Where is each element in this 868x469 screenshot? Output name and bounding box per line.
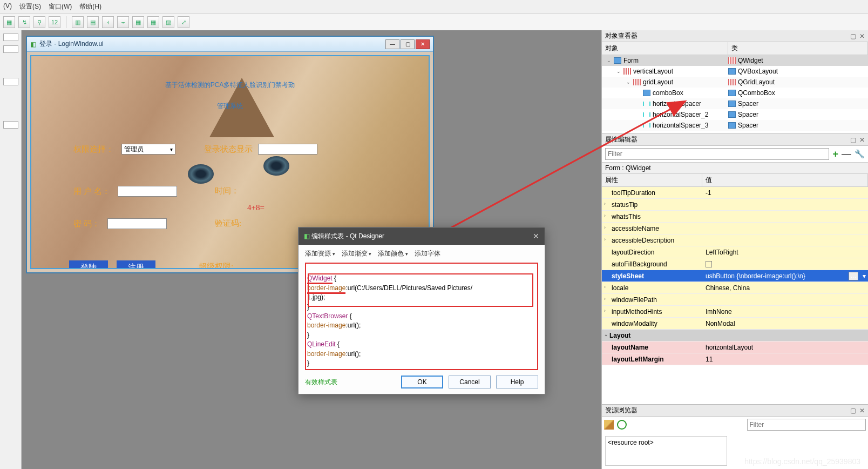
- object-tree-row[interactable]: horizontalSpacer_2Spacer: [602, 109, 868, 120]
- maximize-button[interactable]: ▢: [401, 39, 415, 49]
- qt-logo-icon: ◧: [304, 232, 310, 240]
- stylesheet-code-editor[interactable]: QWidget { border-image:url(C:/Users/DELL…: [305, 263, 538, 370]
- object-tree-row[interactable]: ⌄gridLayoutQGridLayout: [602, 77, 868, 88]
- perm-label: 权限选择：: [73, 144, 114, 155]
- add-color-menu[interactable]: 添加颜色: [378, 249, 408, 258]
- property-row[interactable]: ›inputMethodHintsImhNone: [602, 306, 868, 318]
- undock-icon[interactable]: ▢: [850, 407, 856, 414]
- tool-edit-widgets-icon[interactable]: ▦: [3, 16, 15, 28]
- object-tree[interactable]: ⌄FormQWidget⌄verticalLayoutQVBoxLayout⌄g…: [602, 55, 868, 133]
- property-row[interactable]: ›localeChinese, China: [602, 282, 868, 294]
- close-panel-icon[interactable]: ✕: [859, 32, 865, 40]
- password-field[interactable]: [107, 218, 167, 229]
- help-button[interactable]: Help: [496, 376, 538, 388]
- property-row[interactable]: windowModalityNonModal: [602, 318, 868, 330]
- dock-mini-icon[interactable]: [3, 78, 18, 85]
- verify-label: 验证码:: [215, 218, 241, 229]
- qt-logo-icon: ◧: [30, 41, 36, 48]
- tool-buddies-icon[interactable]: ⚲: [33, 16, 45, 28]
- adjust-size-icon[interactable]: ⤢: [178, 16, 189, 28]
- login-state-label: 登录状态显示: [204, 144, 253, 155]
- object-tree-row[interactable]: horizontalSpacer_3Spacer: [602, 120, 868, 131]
- add-resource-menu[interactable]: 添加资源: [305, 249, 335, 258]
- time-label: 时间：: [215, 186, 239, 196]
- property-row[interactable]: ›accessibleDescription: [602, 234, 868, 246]
- menu-settings[interactable]: 设置(S): [19, 2, 41, 11]
- layout-hsplit-icon[interactable]: ⫞: [102, 16, 114, 28]
- object-inspector-panel: 对象查看器▢✕ 对象类 ⌄FormQWidget⌄verticalLayoutQ…: [602, 30, 868, 134]
- property-row[interactable]: ›accessibleName: [602, 223, 868, 234]
- tool-taborder-icon[interactable]: 12: [49, 16, 60, 28]
- undock-icon[interactable]: ▢: [850, 136, 856, 144]
- register-button[interactable]: 注册: [117, 260, 155, 269]
- tool-signals-icon[interactable]: ↯: [18, 16, 30, 28]
- add-gradient-menu[interactable]: 添加渐变: [342, 249, 372, 258]
- menu-help[interactable]: 帮助(H): [79, 2, 101, 11]
- remove-property-icon[interactable]: —: [842, 149, 851, 160]
- property-filter-input[interactable]: [605, 148, 829, 160]
- add-property-icon[interactable]: +: [832, 149, 838, 160]
- valid-stylesheet-label: 有效样式表: [305, 378, 337, 387]
- stylesheet-dialog: ◧ 编辑样式表 - Qt Designer ✕ 添加资源 添加渐变 添加颜色 添…: [298, 227, 545, 394]
- object-tree-row[interactable]: comboBoxQComboBox: [602, 88, 868, 98]
- layout-form-icon[interactable]: ▦: [147, 16, 159, 28]
- username-label: 用 户 名：: [73, 186, 110, 197]
- minimize-button[interactable]: —: [385, 39, 399, 49]
- property-row[interactable]: autoFillBackground: [602, 258, 868, 270]
- resource-filter-input[interactable]: [747, 419, 866, 431]
- object-tree-row[interactable]: ⌄verticalLayoutQVBoxLayout: [602, 66, 868, 77]
- property-crumb: Form : QWidget: [602, 163, 868, 174]
- close-button[interactable]: ✕: [416, 39, 430, 49]
- username-field[interactable]: [118, 186, 177, 197]
- property-row[interactable]: layoutDirectionLeftToRight: [602, 246, 868, 258]
- designed-window-title: 登录 - LoginWindow.ui: [39, 39, 104, 49]
- property-row[interactable]: ›windowFilePath: [602, 294, 868, 306]
- super-perm-label: 超级权限:: [199, 262, 233, 269]
- menubar: (V) 设置(S) 窗口(W) 帮助(H): [0, 0, 868, 14]
- reload-resource-icon[interactable]: [617, 420, 627, 430]
- property-row[interactable]: layoutNamehorizontalLayout: [602, 341, 868, 353]
- break-layout-icon[interactable]: ▨: [162, 16, 174, 28]
- property-row[interactable]: ⌄Layout: [602, 330, 868, 341]
- prop-col-value[interactable]: 值: [702, 174, 868, 186]
- perm-combo[interactable]: 管理员: [121, 144, 175, 155]
- property-row[interactable]: ›whatsThis: [602, 211, 868, 223]
- resource-root[interactable]: <resource root>: [605, 436, 727, 466]
- resource-browser-title: 资源浏览器: [605, 406, 638, 415]
- ok-button[interactable]: OK: [401, 376, 443, 388]
- layout-h-icon[interactable]: ▥: [72, 16, 84, 28]
- property-list[interactable]: toolTipDuration-1›statusTip›whatsThis›ac…: [602, 187, 868, 404]
- property-row[interactable]: toolTipDuration-1: [602, 187, 868, 199]
- dialog-close-icon[interactable]: ✕: [533, 232, 539, 240]
- object-tree-row[interactable]: ⌄FormQWidget: [602, 55, 868, 66]
- password-label: 密 码：: [73, 219, 100, 229]
- layout-vsplit-icon[interactable]: ⫟: [117, 16, 129, 28]
- layout-grid-icon[interactable]: ▦: [132, 16, 144, 28]
- object-tree-row[interactable]: horizontalSpacerSpacer: [602, 98, 868, 109]
- property-editor-panel: 属性编辑器▢✕ + — 🔧 Form : QWidget 属性值 toolTip…: [602, 134, 868, 404]
- login-state-field[interactable]: [258, 144, 317, 155]
- title-label: 基于活体检测的PCA多特征人脸识别门禁考勤 管理系统: [31, 71, 429, 113]
- login-button[interactable]: 登陆: [69, 260, 108, 269]
- obj-col-name[interactable]: 对象: [602, 42, 728, 55]
- property-row[interactable]: styleSheetushButton {\nborder-image:url(…: [602, 270, 868, 282]
- dock-mini-icon[interactable]: [3, 34, 18, 41]
- menu-window[interactable]: 窗口(W): [49, 2, 72, 11]
- prop-col-name[interactable]: 属性: [602, 174, 702, 186]
- close-panel-icon[interactable]: ✕: [859, 136, 865, 144]
- obj-col-class[interactable]: 类: [728, 42, 868, 55]
- property-row[interactable]: layoutLeftMargin11: [602, 353, 868, 365]
- dialog-title: 编辑样式表 - Qt Designer: [311, 232, 384, 240]
- menu-v[interactable]: (V): [3, 2, 12, 11]
- cancel-button[interactable]: Cancel: [449, 376, 491, 388]
- layout-v-icon[interactable]: ▤: [87, 16, 99, 28]
- undock-icon[interactable]: ▢: [850, 32, 856, 40]
- dock-mini-icon[interactable]: [3, 121, 18, 129]
- close-panel-icon[interactable]: ✕: [859, 407, 865, 414]
- property-editor-title: 属性编辑器: [605, 135, 638, 144]
- config-icon[interactable]: 🔧: [855, 149, 865, 159]
- property-row[interactable]: ›statusTip: [602, 199, 868, 211]
- edit-resource-icon[interactable]: [604, 420, 614, 430]
- dock-mini-icon[interactable]: [3, 45, 18, 53]
- add-font-menu[interactable]: 添加字体: [415, 249, 440, 258]
